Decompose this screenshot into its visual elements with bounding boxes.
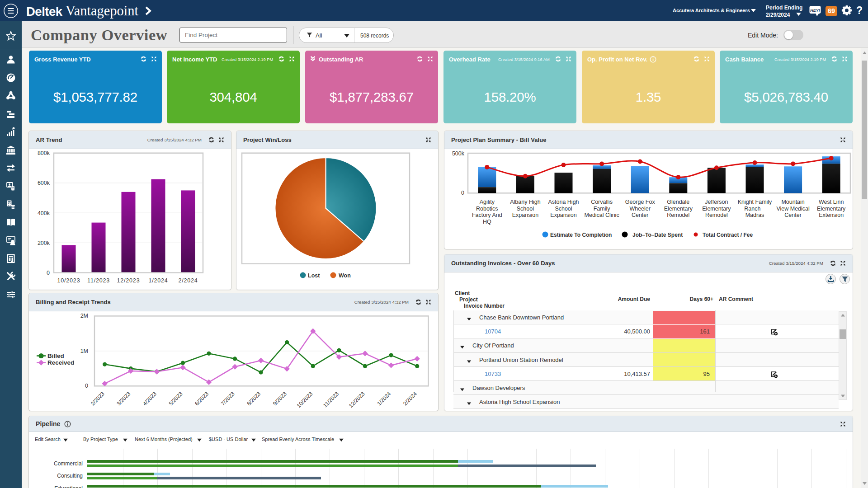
svg-text:Medical Clinic: Medical Clinic <box>585 212 619 218</box>
svg-text:Factory And: Factory And <box>472 212 502 218</box>
svg-text:11/2023: 11/2023 <box>322 390 340 408</box>
svg-text:1/2024: 1/2024 <box>376 390 392 407</box>
svg-text:Total Contract / Fee: Total Contract / Fee <box>703 232 753 238</box>
svg-text:12/2023: 12/2023 <box>117 277 140 284</box>
svg-text:500k: 500k <box>452 150 465 157</box>
svg-text:Agility: Agility <box>480 199 495 205</box>
svg-text:Billed: Billed <box>47 352 64 359</box>
svg-text:School: School <box>517 206 534 212</box>
svg-text:11/2023: 11/2023 <box>87 277 110 284</box>
svg-text:3/2023: 3/2023 <box>115 390 132 407</box>
svg-text:1/2024: 1/2024 <box>148 277 168 284</box>
svg-text:10/2023: 10/2023 <box>296 390 314 409</box>
svg-text:Albany High: Albany High <box>510 199 540 205</box>
svg-text:HEY!: HEY! <box>810 8 820 13</box>
svg-text:Wheeler: Wheeler <box>629 206 651 212</box>
svg-text:4/2023: 4/2023 <box>142 390 158 407</box>
svg-text:Lost: Lost <box>308 272 320 279</box>
svg-text:Won: Won <box>339 272 351 279</box>
svg-text:2M: 2M <box>80 313 88 319</box>
svg-text:2/2024: 2/2024 <box>402 390 418 407</box>
svg-text:800k: 800k <box>38 150 50 156</box>
svg-text:School: School <box>555 206 572 212</box>
svg-text:West Linn: West Linn <box>819 199 844 205</box>
svg-text:Center: Center <box>784 212 802 218</box>
svg-text:Remodel: Remodel <box>705 212 728 218</box>
svg-text:0: 0 <box>461 190 464 196</box>
svg-text:0: 0 <box>47 270 50 276</box>
svg-text:8/2023: 8/2023 <box>245 390 262 407</box>
svg-text:Astoria High: Astoria High <box>548 199 579 205</box>
svg-text:1M: 1M <box>80 348 88 354</box>
svg-text:Family: Family <box>594 206 611 212</box>
svg-text:600k: 600k <box>38 180 50 186</box>
svg-text:Expansion: Expansion <box>550 212 576 218</box>
svg-text:George Fox: George Fox <box>625 199 656 205</box>
svg-text:7/2023: 7/2023 <box>220 390 236 407</box>
svg-text:Madras: Madras <box>745 212 764 218</box>
svg-text:Expansion: Expansion <box>512 212 538 218</box>
svg-text:0: 0 <box>85 383 88 389</box>
svg-text:9/2023: 9/2023 <box>272 390 288 407</box>
svg-text:Corvallis: Corvallis <box>591 199 613 205</box>
svg-text:Job–To–Date Spent: Job–To–Date Spent <box>632 232 683 238</box>
svg-text:Glendale: Glendale <box>667 199 689 205</box>
svg-text:5/2023: 5/2023 <box>168 390 184 407</box>
svg-text:View Medical: View Medical <box>776 206 809 212</box>
svg-text:Mountain: Mountain <box>781 199 804 205</box>
svg-text:6/2023: 6/2023 <box>193 390 210 407</box>
svg-text:2/2024: 2/2024 <box>178 277 198 284</box>
svg-text:400k: 400k <box>38 210 50 216</box>
svg-text:HQ: HQ <box>483 219 491 225</box>
svg-text:Elementary: Elementary <box>702 206 731 212</box>
svg-text:Jefferson: Jefferson <box>705 199 728 205</box>
svg-text:Elementary: Elementary <box>817 206 846 212</box>
svg-text:12/2023: 12/2023 <box>348 390 366 409</box>
svg-text:Ranch –: Ranch – <box>744 206 765 212</box>
svg-text:2/2023: 2/2023 <box>90 390 106 407</box>
svg-text:Robotics: Robotics <box>476 206 498 212</box>
svg-text:Remodel: Remodel <box>667 212 689 218</box>
svg-text:Estimate To Completion: Estimate To Completion <box>550 232 612 238</box>
svg-text:Knight Family: Knight Family <box>738 199 772 205</box>
svg-text:Elementary: Elementary <box>664 206 693 212</box>
svg-text:Extension: Extension <box>819 212 844 218</box>
svg-text:200k: 200k <box>38 240 50 246</box>
svg-text:Center: Center <box>632 212 649 218</box>
svg-text:Received: Received <box>47 359 74 366</box>
svg-text:10/2023: 10/2023 <box>57 277 80 284</box>
